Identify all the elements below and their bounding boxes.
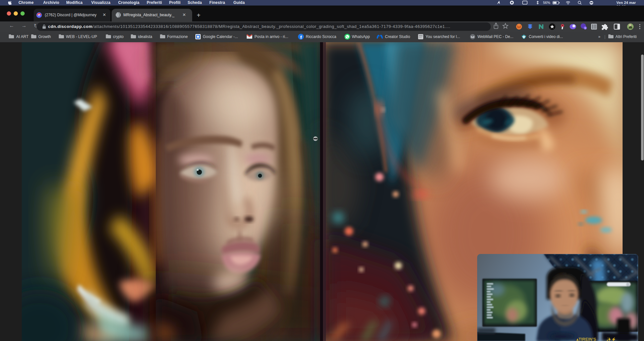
svg-text:▴ТIREINʹS: ▴ТIREINʹS xyxy=(576,337,596,341)
svg-text:✨⚡: ✨⚡ xyxy=(606,337,616,341)
svg-text:5: 5 xyxy=(585,27,586,29)
svg-text:56%: 56% xyxy=(543,1,550,5)
svg-text:2k: 2k xyxy=(38,14,40,16)
